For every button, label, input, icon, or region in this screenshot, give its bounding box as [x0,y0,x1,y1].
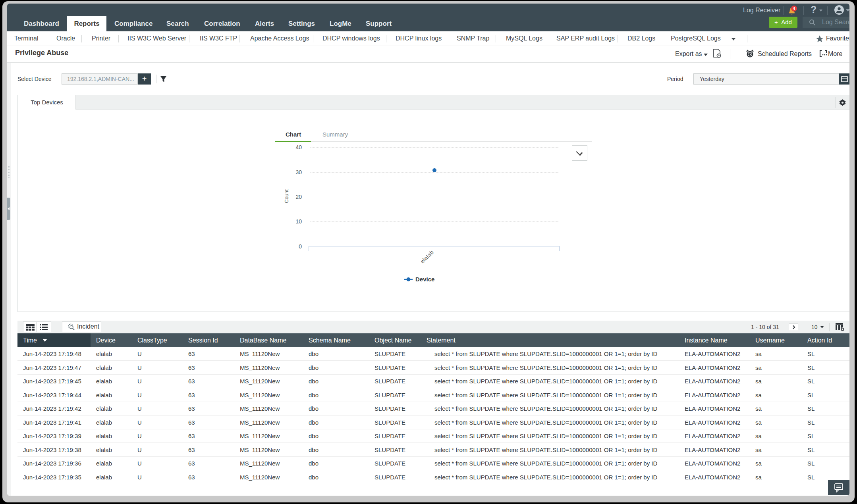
svg-text:Device: Device [415,276,434,283]
